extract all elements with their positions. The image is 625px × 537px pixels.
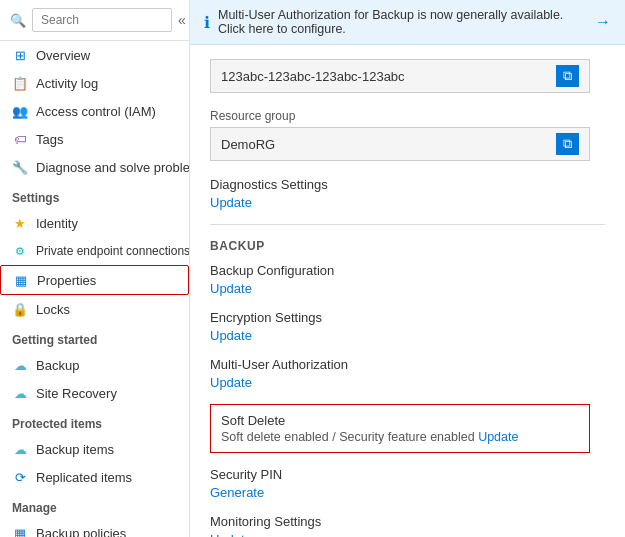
monitoring-settings-title: Monitoring Settings bbox=[210, 514, 605, 529]
main-content: ℹ Multi-User Authorization for Backup is… bbox=[190, 0, 625, 537]
locks-icon: 🔒 bbox=[12, 301, 28, 317]
info-banner[interactable]: ℹ Multi-User Authorization for Backup is… bbox=[190, 0, 625, 45]
backup-icon: ☁ bbox=[12, 357, 28, 373]
sidebar: 🔍 « ⊞ Overview 📋 Activity log 👥 Access c… bbox=[0, 0, 190, 537]
sidebar-item-label: Backup policies bbox=[36, 526, 126, 538]
replicated-items-icon: ⟳ bbox=[12, 469, 28, 485]
sidebar-item-label: Diagnose and solve problems bbox=[36, 160, 190, 175]
resource-group-copy-button[interactable]: ⧉ bbox=[556, 133, 579, 155]
sidebar-item-tags[interactable]: 🏷 Tags bbox=[0, 125, 189, 153]
properties-icon: ▦ bbox=[13, 272, 29, 288]
sidebar-item-label: Locks bbox=[36, 302, 70, 317]
multi-user-auth-title: Multi-User Authorization bbox=[210, 357, 605, 372]
multi-user-auth-link[interactable]: Update bbox=[210, 375, 252, 390]
sidebar-item-label: Replicated items bbox=[36, 470, 132, 485]
banner-arrow-link[interactable]: → bbox=[595, 13, 611, 31]
vault-id-field: 123abc-123abc-123abc-123abc ⧉ bbox=[210, 59, 605, 93]
backup-divider bbox=[210, 224, 605, 225]
resource-group-label: Resource group bbox=[210, 109, 605, 123]
resource-group-field: Resource group DemoRG ⧉ bbox=[210, 109, 605, 161]
soft-delete-title: Soft Delete bbox=[221, 413, 579, 428]
vault-id-value: 123abc-123abc-123abc-123abc bbox=[221, 69, 405, 84]
sidebar-item-private-endpoint[interactable]: ⚙ Private endpoint connections bbox=[0, 237, 189, 265]
sidebar-item-label: Backup items bbox=[36, 442, 114, 457]
sidebar-item-label: Backup bbox=[36, 358, 79, 373]
vault-id-box: 123abc-123abc-123abc-123abc ⧉ bbox=[210, 59, 590, 93]
backup-config-item: Backup Configuration Update bbox=[210, 263, 605, 296]
content-area: 123abc-123abc-123abc-123abc ⧉ Resource g… bbox=[190, 45, 625, 537]
sidebar-item-label: Activity log bbox=[36, 76, 98, 91]
sidebar-item-label: Site Recovery bbox=[36, 386, 117, 401]
encryption-settings-title: Encryption Settings bbox=[210, 310, 605, 325]
diagnostics-title: Diagnostics Settings bbox=[210, 177, 605, 192]
sidebar-item-backup[interactable]: ☁ Backup bbox=[0, 351, 189, 379]
protected-items-section-header: Protected items bbox=[0, 407, 189, 435]
private-endpoint-icon: ⚙ bbox=[12, 243, 28, 259]
vault-id-copy-button[interactable]: ⧉ bbox=[556, 65, 579, 87]
sidebar-item-label: Access control (IAM) bbox=[36, 104, 156, 119]
backup-section-header: BACKUP bbox=[210, 239, 605, 253]
info-icon: ℹ bbox=[204, 13, 210, 32]
resource-group-box: DemoRG ⧉ bbox=[210, 127, 590, 161]
sidebar-item-label: Overview bbox=[36, 48, 90, 63]
soft-delete-desc-text: Soft delete enabled / Security feature e… bbox=[221, 430, 475, 444]
backup-config-link[interactable]: Update bbox=[210, 281, 252, 296]
sidebar-item-replicated-items[interactable]: ⟳ Replicated items bbox=[0, 463, 189, 491]
soft-delete-update-link[interactable]: Update bbox=[478, 430, 518, 444]
sidebar-item-diagnose[interactable]: 🔧 Diagnose and solve problems bbox=[0, 153, 189, 181]
diagnostics-update-link[interactable]: Update bbox=[210, 195, 252, 210]
identity-icon: ★ bbox=[12, 215, 28, 231]
sidebar-item-label: Private endpoint connections bbox=[36, 244, 190, 258]
sidebar-item-label: Properties bbox=[37, 273, 96, 288]
sidebar-item-access-control[interactable]: 👥 Access control (IAM) bbox=[0, 97, 189, 125]
soft-delete-description: Soft delete enabled / Security feature e… bbox=[221, 430, 579, 444]
getting-started-section-header: Getting started bbox=[0, 323, 189, 351]
soft-delete-box: Soft Delete Soft delete enabled / Securi… bbox=[210, 404, 590, 453]
security-pin-link[interactable]: Generate bbox=[210, 485, 264, 500]
resource-group-value: DemoRG bbox=[221, 137, 275, 152]
sidebar-item-activity-log[interactable]: 📋 Activity log bbox=[0, 69, 189, 97]
site-recovery-icon: ☁ bbox=[12, 385, 28, 401]
manage-section-header: Manage bbox=[0, 491, 189, 519]
backup-policies-icon: ▦ bbox=[12, 525, 28, 537]
access-control-icon: 👥 bbox=[12, 103, 28, 119]
collapse-icon[interactable]: « bbox=[178, 12, 186, 28]
sidebar-item-label: Identity bbox=[36, 216, 78, 231]
backup-items-icon: ☁ bbox=[12, 441, 28, 457]
banner-text: Multi-User Authorization for Backup is n… bbox=[218, 8, 587, 36]
activity-log-icon: 📋 bbox=[12, 75, 28, 91]
overview-icon: ⊞ bbox=[12, 47, 28, 63]
sidebar-item-backup-items[interactable]: ☁ Backup items bbox=[0, 435, 189, 463]
sidebar-item-overview[interactable]: ⊞ Overview bbox=[0, 41, 189, 69]
diagnostics-settings: Diagnostics Settings Update bbox=[210, 177, 605, 210]
search-icon: 🔍 bbox=[10, 12, 26, 28]
sidebar-item-site-recovery[interactable]: ☁ Site Recovery bbox=[0, 379, 189, 407]
search-input[interactable] bbox=[32, 8, 172, 32]
monitoring-settings-link[interactable]: Update bbox=[210, 532, 252, 537]
sidebar-item-identity[interactable]: ★ Identity bbox=[0, 209, 189, 237]
encryption-settings-link[interactable]: Update bbox=[210, 328, 252, 343]
sidebar-item-locks[interactable]: 🔒 Locks bbox=[0, 295, 189, 323]
security-pin-title: Security PIN bbox=[210, 467, 605, 482]
search-bar: 🔍 « bbox=[0, 0, 189, 41]
backup-config-title: Backup Configuration bbox=[210, 263, 605, 278]
sidebar-item-backup-policies[interactable]: ▦ Backup policies bbox=[0, 519, 189, 537]
multi-user-auth-item: Multi-User Authorization Update bbox=[210, 357, 605, 390]
monitoring-settings-item: Monitoring Settings Update bbox=[210, 514, 605, 537]
encryption-settings-item: Encryption Settings Update bbox=[210, 310, 605, 343]
settings-section-header: Settings bbox=[0, 181, 189, 209]
diagnose-icon: 🔧 bbox=[12, 159, 28, 175]
security-pin-item: Security PIN Generate bbox=[210, 467, 605, 500]
sidebar-item-properties[interactable]: ▦ Properties bbox=[0, 265, 189, 295]
sidebar-item-label: Tags bbox=[36, 132, 63, 147]
tags-icon: 🏷 bbox=[12, 131, 28, 147]
